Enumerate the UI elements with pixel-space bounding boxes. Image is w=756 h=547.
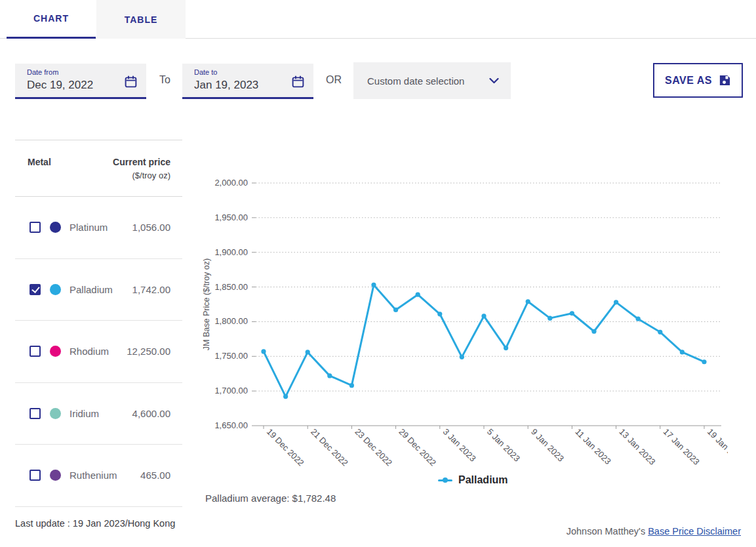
svg-text:1,900.00: 1,900.00 (214, 247, 248, 257)
save-icon (719, 74, 731, 87)
calendar-icon[interactable] (291, 75, 305, 91)
chevron-down-icon (489, 78, 499, 84)
price-chart: 1,650.001,700.001,750.001,800.001,850.00… (197, 168, 728, 470)
rhodium-color-dot (50, 346, 61, 357)
svg-text:19 Jan 2023: 19 Jan 2023 (706, 427, 728, 467)
svg-text:3 Jan 2023: 3 Jan 2023 (441, 427, 478, 464)
svg-text:1,700.00: 1,700.00 (214, 386, 248, 395)
jm-price-charts-screen: CHART TABLE Date from Dec 19, 2022 To Da… (0, 0, 756, 547)
chart-gridlines (252, 183, 721, 426)
tab-chart[interactable]: CHART (7, 0, 96, 39)
custom-date-selection-value: Custom date selection (367, 75, 464, 87)
svg-text:1,650.00: 1,650.00 (214, 420, 248, 430)
metal-row-rhodium: Rhodium 12,250.00 (15, 321, 182, 383)
svg-text:9 Jan 2023: 9 Jan 2023 (529, 427, 566, 464)
metal-price: 1,056.00 (132, 222, 170, 233)
base-price-disclaimer-link[interactable]: Base Price Disclaimer (648, 526, 741, 537)
svg-text:1,800.00: 1,800.00 (214, 316, 248, 326)
palladium-color-dot (50, 284, 61, 295)
ruthenium-checkbox[interactable] (30, 470, 41, 481)
metal-row-platinum: Platinum 1,056.00 (15, 197, 182, 259)
platinum-checkbox[interactable] (30, 222, 41, 233)
metal-price: 1,742.00 (132, 284, 170, 295)
x-axis-labels: 19 Dec 202221 Dec 202223 Dec 202229 Dec … (264, 426, 728, 468)
date-to-label: Date to (194, 68, 217, 76)
date-to-field[interactable]: Date to Jan 19, 2023 (182, 64, 313, 99)
y-axis-labels: 1,650.001,700.001,750.001,800.001,850.00… (214, 178, 248, 430)
date-from-value[interactable]: Dec 19, 2022 (27, 79, 93, 92)
svg-text:19 Dec 2022: 19 Dec 2022 (265, 427, 306, 468)
average-price-text: Palladium average: $1,782.48 (205, 493, 336, 504)
price-header-line1: Current price (113, 157, 170, 167)
svg-text:1,850.00: 1,850.00 (214, 282, 248, 292)
y-axis-title: JM Base Price ($/troy oz) (202, 258, 211, 350)
metal-name: Rhodium (70, 346, 109, 357)
save-as-label: SAVE AS (665, 75, 712, 87)
or-text: OR (326, 74, 342, 86)
custom-date-selection-dropdown[interactable]: Custom date selection (353, 62, 511, 99)
metal-row-palladium: Palladium 1,742.00 (15, 259, 182, 321)
calendar-icon[interactable] (124, 75, 138, 91)
svg-text:13 Jan 2023: 13 Jan 2023 (617, 427, 657, 467)
metals-table-header: Metal Current price ($/troy oz) (15, 140, 182, 197)
svg-text:1,750.00: 1,750.00 (214, 351, 248, 361)
series-line-palladium (264, 285, 704, 396)
svg-text:21 Dec 2022: 21 Dec 2022 (309, 427, 350, 468)
date-from-label: Date from (27, 68, 58, 76)
svg-text:29 Dec 2022: 29 Dec 2022 (397, 427, 438, 468)
svg-text:5 Jan 2023: 5 Jan 2023 (485, 427, 522, 464)
platinum-color-dot (50, 222, 61, 233)
price-column-header: Current price ($/troy oz) (113, 157, 170, 180)
svg-text:17 Jan 2023: 17 Jan 2023 (662, 427, 702, 467)
chart-legend[interactable]: Palladium (438, 474, 508, 486)
to-text: To (159, 74, 170, 86)
svg-text:1,950.00: 1,950.00 (214, 213, 248, 222)
iridium-color-dot (50, 408, 61, 419)
date-to-value[interactable]: Jan 19, 2023 (194, 79, 258, 92)
tab-table[interactable]: TABLE (96, 0, 186, 39)
rhodium-checkbox[interactable] (30, 346, 41, 357)
svg-text:23 Dec 2022: 23 Dec 2022 (353, 427, 394, 468)
series-points-palladium (261, 283, 706, 399)
date-from-field[interactable]: Date from Dec 19, 2022 (15, 64, 146, 99)
ruthenium-color-dot (50, 470, 61, 481)
tab-bar: CHART TABLE (0, 0, 756, 39)
metal-name: Ruthenium (70, 470, 117, 481)
svg-text:11 Jan 2023: 11 Jan 2023 (573, 427, 613, 467)
last-update-text: Last update : 19 Jan 2023/Hong Kong (15, 518, 175, 529)
metal-name: Palladium (70, 284, 113, 295)
metal-name: Iridium (70, 408, 99, 419)
metal-name: Platinum (70, 222, 108, 233)
disclaimer-line: Johnson Matthey's Base Price Disclaimer (567, 526, 741, 537)
metal-price: 12,250.00 (127, 346, 170, 357)
save-as-button[interactable]: SAVE AS (653, 63, 743, 98)
palladium-checkbox[interactable] (30, 284, 41, 295)
svg-text:2,000.00: 2,000.00 (214, 178, 248, 188)
metal-price: 465.00 (140, 470, 170, 481)
metal-column-header: Metal (28, 157, 51, 167)
legend-label: Palladium (458, 474, 508, 486)
iridium-checkbox[interactable] (30, 408, 41, 419)
metal-price: 4,600.00 (132, 408, 170, 419)
price-header-line2: ($/troy oz) (113, 171, 170, 180)
disclaimer-prefix: Johnson Matthey's (567, 526, 648, 537)
price-chart-svg: 1,650.001,700.001,750.001,800.001,850.00… (197, 168, 728, 470)
legend-marker-icon (438, 477, 452, 483)
metal-row-ruthenium: Ruthenium 465.00 (15, 445, 182, 507)
metals-panel: Metal Current price ($/troy oz) Platinum… (15, 140, 182, 507)
metal-row-iridium: Iridium 4,600.00 (15, 383, 182, 445)
